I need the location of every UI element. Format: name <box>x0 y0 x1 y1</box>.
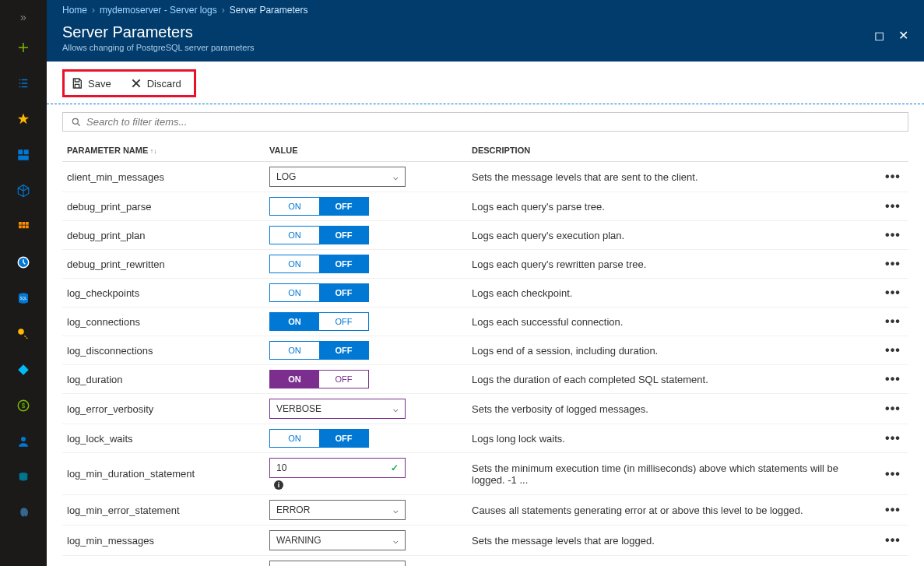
save-icon <box>71 77 83 90</box>
param-desc: Logs each query's execution plan. <box>467 221 877 250</box>
more-button[interactable]: ••• <box>877 526 908 556</box>
list-icon[interactable] <box>8 68 39 99</box>
select-log_error_verbosity[interactable]: VERBOSE⌵ <box>269 399 406 419</box>
more-button[interactable]: ••• <box>877 495 908 526</box>
toggle-debug_print_parse[interactable]: ONOFF <box>269 197 369 216</box>
toggle-off[interactable]: OFF <box>319 284 368 301</box>
toggle-log_duration[interactable]: ONOFF <box>269 370 369 388</box>
toggle-on[interactable]: ON <box>270 227 319 244</box>
clock-icon[interactable] <box>8 247 39 278</box>
param-name: log_min_duration_statement <box>62 453 265 495</box>
toggle-off[interactable]: OFF <box>319 342 368 359</box>
table-row: log_disconnectionsONOFFLogs end of a ses… <box>62 336 908 365</box>
user-icon[interactable] <box>8 426 39 457</box>
svg-text:$: $ <box>22 403 26 410</box>
toggle-debug_print_rewritten[interactable]: ONOFF <box>269 255 369 273</box>
toggle-off[interactable]: OFF <box>319 198 368 215</box>
table-row: log_error_verbosityVERBOSE⌵Sets the verb… <box>62 394 908 424</box>
dashboard-icon[interactable] <box>8 139 39 171</box>
svg-rect-5 <box>26 222 29 225</box>
col-value[interactable]: VALUE <box>265 139 467 162</box>
toggle-off[interactable]: OFF <box>319 371 368 388</box>
param-name: log_error_verbosity <box>62 394 265 424</box>
toggle-off[interactable]: OFF <box>319 227 368 244</box>
parameters-table: PARAMETER NAME VALUE DESCRIPTION client_… <box>62 139 908 566</box>
more-button[interactable]: ••• <box>877 556 908 567</box>
input-log_min_duration_statement[interactable]: 10✓ <box>269 458 406 478</box>
select-client_min_messages[interactable]: LOG⌵ <box>269 167 406 187</box>
toggle-on[interactable]: ON <box>270 430 319 447</box>
more-button[interactable]: ••• <box>877 221 908 250</box>
toggle-on[interactable]: ON <box>270 313 319 330</box>
save-button[interactable]: Save <box>69 74 113 93</box>
svg-rect-4 <box>23 222 26 225</box>
toggle-off[interactable]: OFF <box>319 430 368 447</box>
toggle-log_disconnections[interactable]: ONOFF <box>269 341 369 360</box>
search-box[interactable] <box>62 112 908 132</box>
more-button[interactable]: ••• <box>877 394 908 424</box>
more-button[interactable]: ••• <box>877 336 908 365</box>
grid-icon[interactable] <box>8 211 39 242</box>
add-icon[interactable] <box>8 32 39 63</box>
sidebar-nav: » SQL $ <box>0 0 47 566</box>
param-value: VERBOSE⌵ <box>265 394 467 424</box>
mysql-icon[interactable] <box>8 462 39 493</box>
param-value: ERROR⌵ <box>265 495 467 526</box>
toggle-off[interactable]: OFF <box>319 313 368 330</box>
more-button[interactable]: ••• <box>877 162 908 192</box>
toggle-log_lock_waits[interactable]: ONOFF <box>269 429 369 448</box>
highlighted-actions: Save Discard <box>62 69 196 97</box>
svg-rect-7 <box>23 226 26 229</box>
more-button[interactable]: ••• <box>877 424 908 453</box>
select-log_min_error_statement[interactable]: ERROR⌵ <box>269 500 406 520</box>
input-log_retention_days[interactable]: 3 <box>269 561 406 566</box>
toggle-off[interactable]: OFF <box>319 255 368 272</box>
table-row: client_min_messagesLOG⌵Sets the message … <box>62 162 908 192</box>
search-input[interactable] <box>86 116 900 128</box>
toggle-on[interactable]: ON <box>270 198 319 215</box>
close-icon[interactable]: ✕ <box>898 28 908 43</box>
money-icon[interactable]: $ <box>8 390 39 421</box>
more-button[interactable]: ••• <box>877 279 908 308</box>
svg-rect-3 <box>19 222 22 225</box>
param-name: debug_print_rewritten <box>62 250 265 279</box>
param-desc: Sets the verbosity of logged messages. <box>467 394 877 424</box>
toggle-on[interactable]: ON <box>270 284 319 301</box>
more-button[interactable]: ••• <box>877 453 908 495</box>
breadcrumb-server[interactable]: mydemoserver - Server logs <box>100 5 217 16</box>
toggle-log_checkpoints[interactable]: ONOFF <box>269 283 369 302</box>
toggle-debug_print_plan[interactable]: ONOFF <box>269 226 369 244</box>
discard-button[interactable]: Discard <box>128 74 183 93</box>
param-name: debug_print_plan <box>62 221 265 250</box>
param-value: ONOFF <box>265 250 467 279</box>
info-icon[interactable]: i <box>274 480 283 490</box>
param-value: WARNING⌵ <box>265 526 467 556</box>
collapse-icon[interactable]: » <box>20 5 26 30</box>
star-icon[interactable] <box>8 104 39 135</box>
toggle-on[interactable]: ON <box>270 342 319 359</box>
col-desc[interactable]: DESCRIPTION <box>467 139 877 162</box>
toggle-on[interactable]: ON <box>270 255 319 272</box>
toggle-log_connections[interactable]: ONOFF <box>269 312 369 331</box>
more-button[interactable]: ••• <box>877 308 908 336</box>
select-log_min_messages[interactable]: WARNING⌵ <box>269 530 406 550</box>
sql-icon[interactable]: SQL <box>8 283 39 314</box>
col-name[interactable]: PARAMETER NAME <box>62 139 265 162</box>
svg-rect-6 <box>19 226 22 229</box>
cube-icon[interactable] <box>8 175 39 206</box>
param-value: ONOFF <box>265 221 467 250</box>
param-desc: Sets the message levels that are sent to… <box>467 162 877 192</box>
param-desc: Causes all statements generating error a… <box>467 495 877 526</box>
postgres-icon[interactable] <box>8 497 39 529</box>
more-button[interactable]: ••• <box>877 250 908 279</box>
diamond-icon[interactable] <box>8 354 39 385</box>
more-button[interactable]: ••• <box>877 192 908 221</box>
chevron-down-icon: ⌵ <box>393 536 399 546</box>
restore-icon[interactable]: ◻ <box>874 28 884 43</box>
more-button[interactable]: ••• <box>877 365 908 394</box>
key-icon[interactable] <box>8 318 39 350</box>
param-value: 3i <box>265 556 467 567</box>
breadcrumb-home[interactable]: Home <box>62 5 87 16</box>
page-title: Server Parameters <box>62 23 255 41</box>
toggle-on[interactable]: ON <box>270 371 319 388</box>
